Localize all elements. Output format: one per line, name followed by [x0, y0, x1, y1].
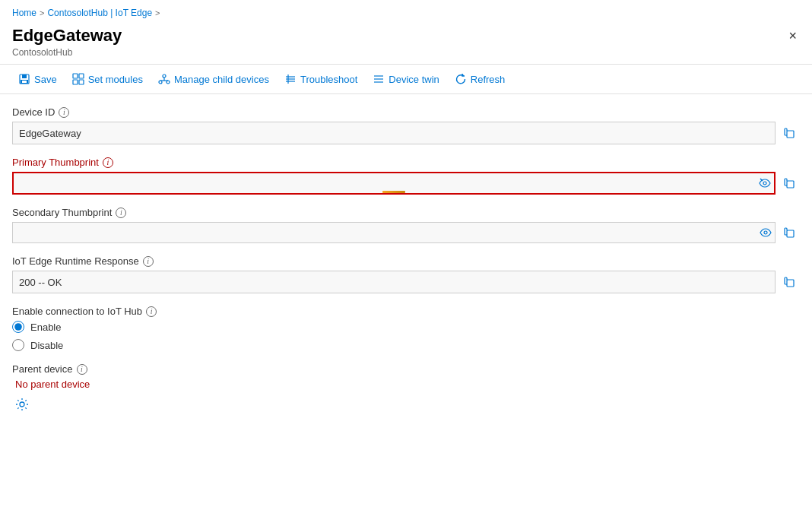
- primary-thumbprint-input[interactable]: [17, 173, 756, 193]
- breadcrumb-chevron1: >: [40, 8, 44, 17]
- enable-radio-option[interactable]: Enable: [12, 321, 800, 333]
- enable-connection-info-icon[interactable]: i: [146, 306, 157, 317]
- svg-point-8: [163, 74, 166, 78]
- set-modules-button[interactable]: Set modules: [66, 69, 149, 89]
- svg-rect-26: [787, 181, 794, 188]
- parent-device-label: Parent device i: [12, 363, 800, 375]
- device-twin-icon: [373, 73, 385, 85]
- secondary-thumbprint-eye-button[interactable]: [760, 227, 772, 239]
- secondary-thumbprint-copy-button[interactable]: [779, 222, 800, 243]
- svg-point-27: [764, 231, 767, 234]
- svg-rect-3: [22, 81, 27, 83]
- secondary-thumbprint-input[interactable]: [16, 223, 756, 242]
- no-parent-text: No parent device: [12, 379, 800, 390]
- device-id-label: Device ID i: [12, 106, 800, 118]
- save-icon: [18, 73, 30, 85]
- enable-radio-label: Enable: [30, 322, 61, 333]
- device-twin-label: Device twin: [389, 74, 439, 85]
- device-id-input-row: [12, 122, 800, 144]
- troubleshoot-icon: [284, 73, 297, 85]
- device-twin-button[interactable]: Device twin: [366, 69, 445, 89]
- title-section: EdgeGateway ContosolotHub ×: [0, 23, 812, 64]
- breadcrumb-chevron2: >: [155, 8, 160, 17]
- svg-point-30: [20, 402, 24, 407]
- enable-connection-label: Enable connection to IoT Hub i: [12, 306, 800, 317]
- runtime-response-label: IoT Edge Runtime Response i: [12, 255, 800, 267]
- svg-rect-23: [787, 131, 794, 138]
- parent-device-section: Parent device i No parent device: [12, 363, 800, 418]
- svg-rect-6: [73, 80, 78, 84]
- runtime-response-copy-button[interactable]: [779, 271, 800, 293]
- page-title: EdgeGateway: [12, 26, 122, 46]
- svg-rect-5: [79, 74, 84, 78]
- secondary-thumbprint-input-row: [12, 222, 800, 243]
- troubleshoot-label: Troubleshoot: [300, 74, 357, 85]
- primary-thumbprint-copy-button[interactable]: [779, 172, 800, 195]
- primary-thumbprint-info-icon[interactable]: i: [103, 157, 113, 168]
- breadcrumb: Home > ContosolotHub | IoT Edge >: [0, 0, 812, 23]
- disable-radio-option[interactable]: Disable: [12, 339, 800, 351]
- content-area: Device ID i Primary Thumbprint i: [0, 94, 812, 430]
- refresh-button[interactable]: Refresh: [449, 69, 512, 89]
- svg-rect-29: [787, 280, 794, 287]
- breadcrumb-hub[interactable]: ContosolotHub | IoT Edge: [47, 8, 152, 18]
- svg-point-24: [763, 182, 766, 185]
- manage-child-label: Manage child devices: [174, 74, 269, 85]
- set-modules-icon: [72, 73, 84, 85]
- secondary-thumbprint-label: Secondary Thumbprint i: [12, 207, 800, 218]
- svg-rect-28: [787, 230, 794, 237]
- manage-child-button[interactable]: Manage child devices: [152, 69, 275, 89]
- save-button[interactable]: Save: [12, 69, 63, 89]
- enable-radio[interactable]: [12, 321, 24, 333]
- refresh-label: Refresh: [471, 74, 506, 85]
- secondary-thumbprint-group: Secondary Thumbprint i: [12, 207, 800, 243]
- runtime-response-group: IoT Edge Runtime Response i: [12, 255, 800, 293]
- device-id-copy-button[interactable]: [779, 122, 800, 144]
- primary-thumbprint-input-row: [12, 172, 800, 195]
- set-modules-label: Set modules: [88, 74, 143, 85]
- secondary-thumbprint-info-icon[interactable]: i: [116, 208, 126, 218]
- runtime-response-input[interactable]: [12, 271, 776, 293]
- svg-rect-4: [73, 74, 78, 78]
- runtime-response-input-row: [12, 271, 800, 293]
- disable-radio-label: Disable: [30, 340, 63, 351]
- svg-rect-7: [79, 80, 84, 84]
- close-button[interactable]: ×: [785, 26, 800, 46]
- primary-thumbprint-label: Primary Thumbprint i: [12, 157, 800, 168]
- toolbar: Save Set modules Manage: [0, 64, 812, 94]
- svg-rect-1: [22, 74, 27, 78]
- manage-child-icon: [158, 73, 170, 85]
- enable-connection-radio-group: Enable Disable: [12, 321, 800, 351]
- page-subtitle: ContosolotHub: [12, 47, 122, 58]
- save-label: Save: [34, 74, 57, 85]
- enable-connection-group: Enable connection to IoT Hub i Enable Di…: [12, 306, 800, 351]
- device-id-input[interactable]: [12, 122, 776, 144]
- parent-device-info-icon[interactable]: i: [77, 364, 87, 375]
- breadcrumb-home[interactable]: Home: [12, 8, 36, 18]
- device-id-group: Device ID i: [12, 106, 800, 144]
- primary-thumbprint-group: Primary Thumbprint i: [12, 157, 800, 195]
- troubleshoot-button[interactable]: Troubleshoot: [278, 69, 363, 89]
- primary-thumbprint-eye-button[interactable]: [759, 177, 771, 189]
- runtime-response-info-icon[interactable]: i: [143, 256, 154, 267]
- device-id-info-icon[interactable]: i: [59, 107, 69, 118]
- refresh-icon: [455, 73, 467, 85]
- parent-device-gear-button[interactable]: [12, 394, 32, 418]
- disable-radio[interactable]: [12, 339, 24, 351]
